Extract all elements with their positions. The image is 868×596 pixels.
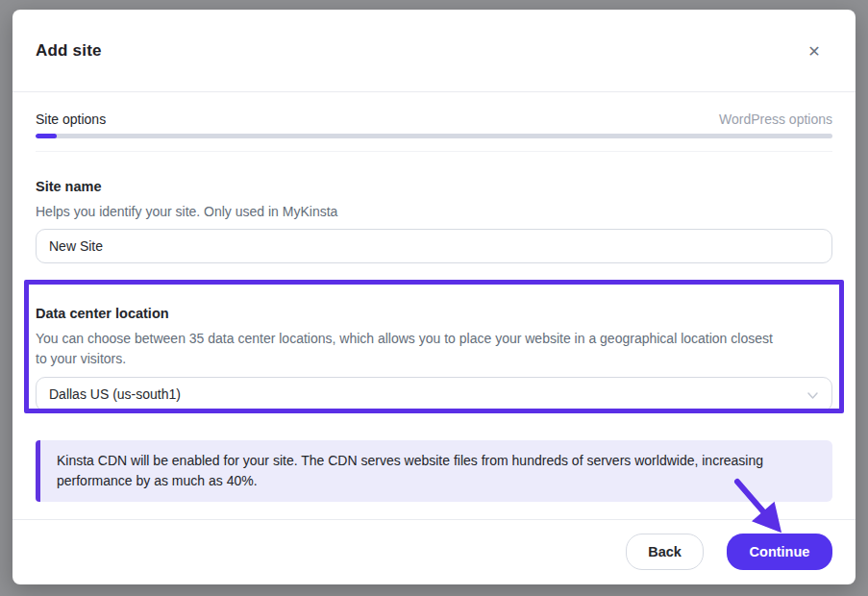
modal-footer: Back Continue bbox=[12, 519, 856, 570]
site-name-section: Site name Helps you identify your site. … bbox=[36, 179, 832, 263]
data-center-helper-line: You can choose between 35 data center lo… bbox=[36, 329, 832, 349]
data-center-helper-line: to your visitors. bbox=[36, 349, 832, 369]
banner-accent-bar bbox=[36, 440, 40, 502]
back-button[interactable]: Back bbox=[626, 534, 704, 570]
cdn-info-banner: Kinsta CDN will be enabled for your site… bbox=[36, 440, 832, 502]
cdn-banner-text: Kinsta CDN will be enabled for your site… bbox=[57, 451, 813, 491]
data-center-section: Data center location You can choose betw… bbox=[36, 306, 832, 411]
continue-button[interactable]: Continue bbox=[727, 534, 832, 570]
data-center-helper: You can choose between 35 data center lo… bbox=[36, 329, 832, 369]
site-name-label: Site name bbox=[36, 179, 832, 194]
site-name-helper: Helps you identify your site. Only used … bbox=[36, 202, 832, 222]
modal-title: Add site bbox=[36, 41, 102, 61]
site-name-input[interactable] bbox=[36, 229, 832, 263]
modal-header: Add site ✕ bbox=[12, 10, 856, 92]
add-site-modal: Add site ✕ Site options WordPress option… bbox=[12, 10, 856, 584]
cdn-banner-line: Kinsta CDN will be enabled for your site… bbox=[57, 451, 813, 471]
step-progress-section: Site options WordPress options bbox=[12, 92, 856, 152]
data-center-select[interactable]: Dallas US (us-south1) bbox=[36, 377, 832, 411]
progress-bar-fill bbox=[36, 134, 57, 138]
progress-bar-track bbox=[36, 134, 832, 138]
close-icon[interactable]: ✕ bbox=[804, 40, 825, 62]
data-center-selected-value: Dallas US (us-south1) bbox=[49, 386, 181, 402]
chevron-down-icon bbox=[806, 389, 819, 405]
step-wordpress-options: WordPress options bbox=[719, 112, 832, 127]
step-site-options: Site options bbox=[36, 112, 106, 127]
modal-body: Site name Helps you identify your site. … bbox=[12, 179, 856, 502]
divider bbox=[36, 151, 832, 152]
data-center-label: Data center location bbox=[36, 306, 832, 321]
cdn-banner-line: performance by as much as 40%. bbox=[57, 471, 813, 491]
